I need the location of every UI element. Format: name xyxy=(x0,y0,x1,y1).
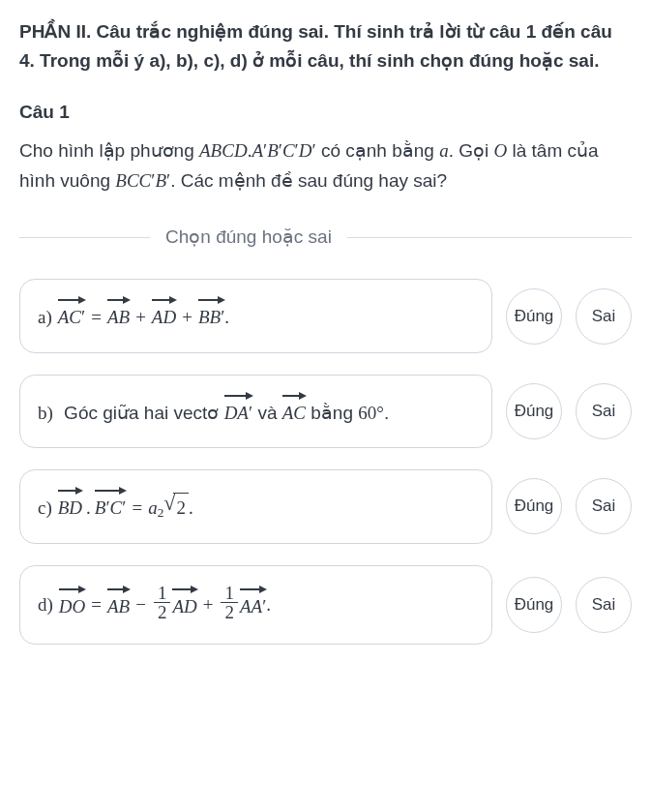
false-button-a[interactable]: Sai xyxy=(576,288,632,345)
divider-left xyxy=(19,237,150,238)
question-body: Cho hình lập phương ABCD.A′B′C′D′ có cạn… xyxy=(19,136,632,195)
period: . xyxy=(384,403,389,423)
vec-ACp: AC′ xyxy=(58,299,85,332)
math-O: O xyxy=(494,136,508,165)
text: . Gọi xyxy=(449,140,494,161)
degree-symbol: ° xyxy=(376,399,384,428)
true-button-d[interactable]: Đúng xyxy=(506,577,562,633)
op-plus: + xyxy=(197,590,220,619)
item-box-b: b) Góc giữa hai vectơ DA′ và AC bằng 60°… xyxy=(19,375,492,448)
vec-AD: AD xyxy=(152,299,176,332)
fraction-half-2: 12 xyxy=(221,584,238,623)
text: . Các mệnh đề sau đúng hay sai? xyxy=(170,170,447,191)
false-button-b[interactable]: Sai xyxy=(576,383,632,439)
vec-AD: AD xyxy=(172,588,196,621)
statement-a: a) AC′ = AB + AD + BB′ . xyxy=(38,299,229,332)
numerator: 1 xyxy=(221,584,238,604)
item-box-d: d) DO = AB − 12 AD + 12 AA′ . xyxy=(19,565,492,646)
statement-d: d) DO = AB − 12 AD + 12 AA′ . xyxy=(38,586,271,625)
math-square: BCC′B′ xyxy=(115,166,170,195)
item-row-b: b) Góc giữa hai vectơ DA′ và AC bằng 60°… xyxy=(19,375,632,448)
item-letter: c) xyxy=(38,494,52,523)
section-header: PHẦN II. Câu trắc nghiệm đúng sai. Thí s… xyxy=(19,17,632,76)
text: và xyxy=(252,403,282,423)
op-plus: + xyxy=(130,303,152,332)
item-box-a: a) AC′ = AB + AD + BB′ . xyxy=(19,279,492,352)
text: Góc giữa hai vectơ xyxy=(59,403,224,423)
item-row-a: a) AC′ = AB + AD + BB′ . Đúng Sai xyxy=(19,279,632,352)
vec-BpCp: B′C′ xyxy=(95,490,127,523)
angle-value: 60° xyxy=(358,399,384,428)
vec-AAp: AA′ xyxy=(240,588,266,621)
vec-DAp: DA′ xyxy=(224,395,252,428)
vec-AC: AC xyxy=(282,395,306,428)
radicand: 2 xyxy=(173,493,189,523)
period: . xyxy=(224,303,229,332)
var-a: a xyxy=(148,494,158,523)
true-button-b[interactable]: Đúng xyxy=(506,383,562,439)
item-row-d: d) DO = AB − 12 AD + 12 AA′ . Đúng Sai xyxy=(19,565,632,646)
vec-BBp: BB′ xyxy=(198,299,224,332)
true-button-a[interactable]: Đúng xyxy=(506,288,562,345)
false-button-c[interactable]: Sai xyxy=(576,478,632,534)
denominator: 2 xyxy=(154,603,171,622)
exponent: 2 xyxy=(158,502,164,523)
fraction-half-1: 12 xyxy=(154,584,171,623)
statement-b: b) Góc giữa hai vectơ DA′ và AC bằng 60°… xyxy=(38,395,389,428)
math-a: a xyxy=(439,136,449,165)
vec-AB: AB xyxy=(107,588,130,621)
period: . xyxy=(189,494,193,523)
denominator: 2 xyxy=(221,603,238,622)
period: . xyxy=(266,590,271,619)
text: bằng xyxy=(306,403,358,423)
item-row-c: c) BD . B′C′ = a2 √2 . Đúng Sai xyxy=(19,469,632,543)
op-eq: = xyxy=(85,590,107,619)
statement-c: c) BD . B′C′ = a2 √2 . xyxy=(38,490,193,523)
text: có cạnh bằng xyxy=(316,140,440,161)
divider-right xyxy=(347,237,632,238)
true-button-c[interactable]: Đúng xyxy=(506,478,562,534)
item-letter: b) xyxy=(38,399,53,428)
vec-BD: BD xyxy=(58,490,82,523)
item-letter: a) xyxy=(38,303,52,332)
math-cube: ABCD.A′B′C′D′ xyxy=(199,136,316,165)
numerator: 1 xyxy=(154,584,171,604)
op-minus: − xyxy=(130,590,152,619)
question-label: Câu 1 xyxy=(19,98,632,127)
item-letter: d) xyxy=(38,590,53,619)
op-plus: + xyxy=(176,303,198,332)
item-box-c: c) BD . B′C′ = a2 √2 . xyxy=(19,469,492,543)
text: Cho hình lập phương xyxy=(19,140,199,161)
vec-AB: AB xyxy=(107,299,130,332)
instruction-row: Chọn đúng hoặc sai xyxy=(19,223,632,252)
op-eq: = xyxy=(126,494,148,523)
angle-number: 60 xyxy=(358,399,376,428)
instruction-text: Chọn đúng hoặc sai xyxy=(165,223,332,252)
op-eq: = xyxy=(85,303,107,332)
false-button-d[interactable]: Sai xyxy=(576,577,632,633)
vec-DO: DO xyxy=(59,588,85,621)
sqrt: √2 xyxy=(163,493,189,523)
op-dot: . xyxy=(82,494,95,523)
